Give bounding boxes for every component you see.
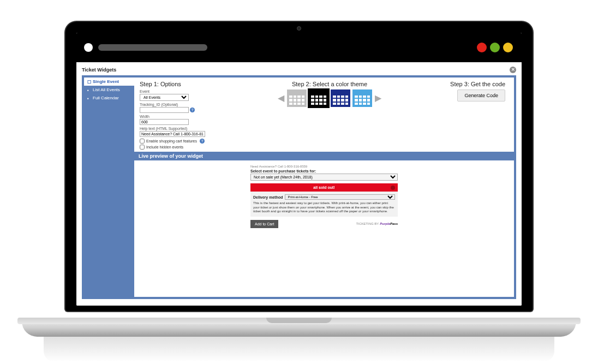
enable-cart-label: Enable shopping cart features: [146, 139, 197, 143]
preview-body: Need Assistance? Call 1-800-316-8559 Sel…: [134, 160, 514, 297]
help-label: Help text (HTML Supported): [140, 127, 227, 130]
help-text-input[interactable]: [140, 131, 205, 137]
sidebar-item-label: List All Events: [93, 87, 120, 92]
include-hidden-checkbox[interactable]: [140, 145, 145, 150]
info-icon[interactable]: ?: [200, 139, 205, 144]
step-1-title: Step 1: Options: [140, 81, 227, 87]
browser-chrome: [76, 33, 522, 62]
content: Step 1: Options Event All Events Trackin…: [134, 77, 514, 297]
bullet-icon: ▪: [87, 88, 91, 92]
window-close-dot[interactable]: [477, 43, 487, 52]
enable-cart-checkbox[interactable]: [140, 139, 145, 144]
delivery-description: This is the fastest and easiest way to g…: [253, 201, 395, 214]
widget-event-label: Select event to purchase tickets for:: [250, 169, 398, 173]
bullet-icon: ▪: [87, 96, 91, 100]
screen: Ticket Widgets ✕ ☐ Single Event ▪ List A…: [76, 33, 522, 306]
theme-swatch[interactable]: [309, 89, 328, 107]
laptop-camera: [297, 26, 301, 31]
window-controls: [477, 43, 513, 52]
theme-prev-arrow[interactable]: ◀: [277, 93, 285, 104]
step-3-code: Step 3: Get the code Generate Code: [432, 81, 509, 150]
step-2-title: Step 2: Select a color theme: [234, 81, 426, 87]
page-title: Ticket Widgets: [82, 67, 116, 73]
step-3-title: Step 3: Get the code: [432, 81, 505, 87]
generate-code-button[interactable]: Generate Code: [457, 89, 505, 102]
tracking-input[interactable]: [140, 107, 189, 113]
window-max-dot[interactable]: [503, 43, 513, 52]
delivery-select[interactable]: Print-at-Home - Free: [285, 194, 395, 200]
tracking-label: Tracking_ID (Optional): [140, 103, 227, 106]
theme-next-arrow[interactable]: ▶: [374, 93, 382, 104]
widget-event-select[interactable]: Not on sale yet (March 24th, 2018): [250, 174, 398, 181]
sidebar-item-list-all[interactable]: ▪ List All Events: [84, 86, 134, 94]
ticketing-credit: TICKETING BY PurplePass: [356, 222, 398, 225]
close-icon[interactable]: ✕: [510, 67, 516, 73]
soldout-banner: all sold out!: [250, 183, 398, 192]
laptop-base: [22, 320, 576, 337]
url-bar[interactable]: [98, 44, 207, 51]
sidebar-item-full-calendar[interactable]: ▪ Full Calendar: [84, 94, 134, 102]
event-select[interactable]: All Events: [140, 94, 189, 101]
theme-swatch[interactable]: [331, 89, 350, 107]
app-area: Ticket Widgets ✕ ☐ Single Event ▪ List A…: [76, 62, 522, 306]
widget-preview: Need Assistance? Call 1-800-316-8559 Sel…: [250, 165, 398, 297]
step-1-options: Step 1: Options Event All Events Trackin…: [140, 81, 227, 150]
theme-swatch[interactable]: [287, 89, 307, 107]
window-min-dot[interactable]: [490, 43, 500, 52]
preview-heading: Live preview of your widget: [134, 152, 514, 160]
reflection: [44, 337, 554, 362]
laptop-notch: [266, 318, 332, 323]
browser-home-dot: [84, 43, 93, 52]
step-2-theme: Step 2: Select a color theme ◀ ▶: [234, 81, 426, 150]
add-to-cart-button[interactable]: Add to Cart: [250, 220, 278, 228]
include-hidden-label: Include hidden events: [146, 145, 183, 149]
theme-swatch[interactable]: [352, 89, 372, 107]
event-label: Event: [140, 89, 227, 93]
sidebar: ☐ Single Event ▪ List All Events ▪ Full …: [84, 77, 134, 297]
sidebar-item-single-event[interactable]: ☐ Single Event: [84, 77, 134, 86]
list-icon: ☐: [87, 80, 91, 83]
widget-help-text: Need Assistance? Call 1-800-316-8559: [250, 165, 398, 168]
sidebar-item-label: Single Event: [93, 79, 119, 84]
sidebar-item-label: Full Calendar: [93, 96, 119, 100]
width-input[interactable]: [140, 119, 189, 125]
main-panel: ☐ Single Event ▪ List All Events ▪ Full …: [82, 75, 516, 299]
delivery-label: Delivery method: [253, 195, 283, 199]
logo-pass: Pass: [390, 222, 398, 225]
logo-purple: Purple: [380, 222, 390, 225]
info-icon[interactable]: ?: [190, 108, 195, 112]
width-label: Width: [140, 115, 227, 118]
